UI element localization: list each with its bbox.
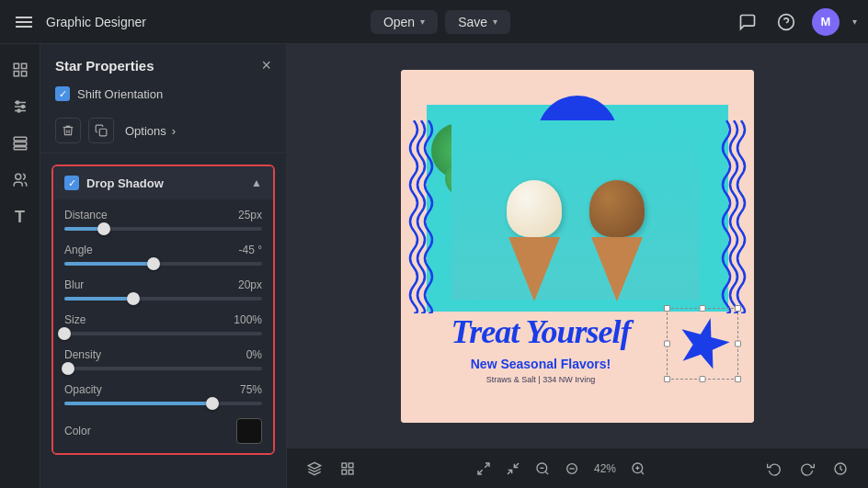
svg-rect-2 xyxy=(14,63,18,68)
headline-text: Treat Yourself xyxy=(401,312,680,351)
density-slider[interactable] xyxy=(64,367,262,370)
color-swatch[interactable] xyxy=(236,418,262,444)
cone-body-right xyxy=(591,237,643,301)
options-label: Options xyxy=(125,124,166,138)
sliders-sidebar-icon[interactable] xyxy=(4,90,37,123)
drop-shadow-header[interactable]: ✓ Drop Shadow ▲ xyxy=(53,166,273,199)
duplicate-button[interactable] xyxy=(88,118,114,143)
expand-button[interactable] xyxy=(471,456,497,482)
opacity-slider[interactable] xyxy=(64,402,262,405)
topbar-center: Open ▾ Save ▾ xyxy=(161,10,720,34)
hamburger-icon xyxy=(16,17,32,28)
drop-shadow-body: Distance 25px Angle -45 ° xyxy=(53,199,273,453)
svg-rect-12 xyxy=(14,137,27,141)
help-button[interactable] xyxy=(773,9,799,35)
angle-label-row: Angle -45 ° xyxy=(64,244,262,256)
check-icon: ✓ xyxy=(59,88,67,100)
svg-point-11 xyxy=(17,109,20,112)
color-label: Color xyxy=(64,425,91,437)
svg-point-9 xyxy=(16,101,18,104)
topbar-left: Graphic Designer xyxy=(11,9,146,35)
blur-thumb[interactable] xyxy=(127,292,140,305)
topbar: Graphic Designer Open ▾ Save ▾ M ▾ xyxy=(0,0,868,44)
distance-value: 25px xyxy=(238,209,262,221)
zoom-in-button[interactable] xyxy=(625,456,651,482)
avatar[interactable]: M xyxy=(812,8,839,36)
bottom-toolbar-right xyxy=(761,456,853,482)
undo-button[interactable] xyxy=(761,456,787,482)
angle-thumb[interactable] xyxy=(147,257,160,270)
bottom-toolbar-left xyxy=(302,456,360,482)
angle-value: -45 ° xyxy=(239,244,262,256)
svg-point-10 xyxy=(21,106,24,108)
size-thumb[interactable] xyxy=(58,327,71,340)
open-chevron: ▾ xyxy=(420,17,425,27)
color-row: Color xyxy=(64,418,262,444)
headline-area: Treat Yourself xyxy=(401,312,680,351)
svg-line-28 xyxy=(545,471,548,474)
drop-shadow-check-icon: ✓ xyxy=(68,177,76,189)
choc-scoop xyxy=(589,180,645,237)
delete-button[interactable] xyxy=(55,118,81,143)
svg-line-24 xyxy=(478,470,483,474)
tagline-area: Straws & Salt | 334 NW Irving xyxy=(401,375,680,384)
grid-bottom-button[interactable] xyxy=(335,456,360,482)
fit-button[interactable] xyxy=(500,456,526,482)
angle-fill xyxy=(64,262,154,266)
distance-slider[interactable] xyxy=(64,227,262,231)
svg-point-15 xyxy=(15,174,20,179)
redo-button[interactable] xyxy=(794,456,820,482)
open-button[interactable]: Open ▾ xyxy=(371,10,438,34)
zoom-reset-button[interactable] xyxy=(559,456,585,482)
distance-thumb[interactable] xyxy=(97,222,110,235)
angle-label: Angle xyxy=(64,244,93,256)
drop-shadow-checkbox[interactable]: ✓ xyxy=(64,176,79,190)
people-sidebar-icon[interactable] xyxy=(4,164,37,197)
menu-button[interactable] xyxy=(11,9,37,35)
save-label: Save xyxy=(458,15,487,29)
opacity-label-row: Opacity 75% xyxy=(64,383,262,396)
svg-rect-3 xyxy=(21,63,26,68)
history-button[interactable] xyxy=(828,456,853,482)
layers-sidebar-icon[interactable] xyxy=(4,127,37,160)
cone-body-left xyxy=(508,237,560,301)
text-sidebar-icon[interactable]: T xyxy=(4,200,37,233)
svg-rect-4 xyxy=(21,72,26,76)
topbar-right: M ▾ xyxy=(735,8,857,36)
blur-row: Blur 20px xyxy=(64,278,262,301)
options-button[interactable]: Options › xyxy=(125,124,176,138)
vanilla-scoop xyxy=(507,180,562,237)
ice-cream-area xyxy=(451,120,700,300)
size-slider[interactable] xyxy=(64,332,262,335)
comment-button[interactable] xyxy=(735,9,760,35)
blur-fill xyxy=(64,297,133,301)
density-value: 0% xyxy=(246,348,262,361)
density-row: Density 0% xyxy=(64,348,262,370)
opacity-fill xyxy=(64,402,212,405)
shift-orientation-checkbox[interactable]: ✓ xyxy=(55,86,70,101)
svg-rect-5 xyxy=(14,72,18,76)
blur-slider[interactable] xyxy=(64,297,262,301)
canvas-container[interactable]: Treat Yourself New Seasonal Flavors! Str… xyxy=(287,44,868,448)
size-label-row: Size 100% xyxy=(64,313,262,326)
angle-slider[interactable] xyxy=(64,262,262,266)
density-thumb[interactable] xyxy=(62,362,74,375)
close-panel-button[interactable]: × xyxy=(261,57,271,74)
distance-label: Distance xyxy=(64,209,108,221)
layers-bottom-button[interactable] xyxy=(302,456,327,482)
drop-shadow-section: ✓ Drop Shadow ▲ Distance 25px xyxy=(51,165,275,455)
save-button[interactable]: Save ▾ xyxy=(445,10,510,34)
zoom-out-button[interactable] xyxy=(530,456,555,482)
svg-line-23 xyxy=(485,463,489,468)
opacity-thumb[interactable] xyxy=(206,397,219,410)
avatar-chevron[interactable]: ▾ xyxy=(852,17,857,27)
svg-rect-14 xyxy=(14,147,27,150)
blur-label: Blur xyxy=(64,278,84,291)
angle-row: Angle -45 ° xyxy=(64,244,262,266)
canvas-area: Treat Yourself New Seasonal Flavors! Str… xyxy=(287,44,868,488)
subheadline-area: New Seasonal Flavors! xyxy=(401,357,680,371)
grid-sidebar-icon[interactable] xyxy=(4,53,37,86)
drop-shadow-toggle-icon[interactable]: ▲ xyxy=(251,176,262,189)
handle-bl xyxy=(664,376,670,382)
properties-panel: Star Properties × ✓ Shift Orientation Op… xyxy=(40,44,287,488)
